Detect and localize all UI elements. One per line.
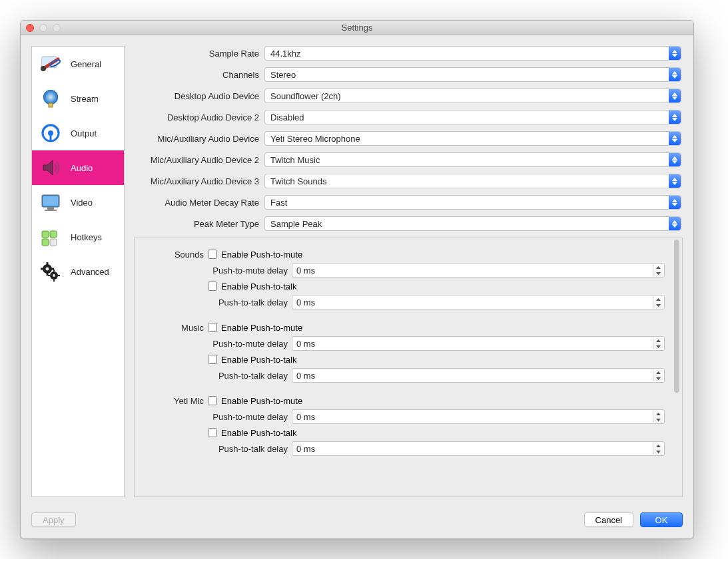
spinner-value: 0 ms: [292, 412, 319, 422]
push-to-talk-delay-spinner[interactable]: 0 ms: [292, 441, 665, 456]
svg-rect-11: [43, 196, 58, 206]
spinner-arrows-icon: [653, 411, 663, 423]
video-icon: [36, 189, 65, 216]
sidebar: General Stream: [31, 46, 125, 497]
spinner-arrows-icon: [653, 443, 663, 455]
enable-push-to-mute-label: Enable Push-to-mute: [221, 250, 302, 260]
desktop-audio-2-label: Desktop Audio Device 2: [134, 112, 259, 122]
advanced-icon: [36, 258, 65, 285]
sample-rate-select[interactable]: 44.1khz: [264, 46, 681, 61]
spinner-arrows-icon: [653, 369, 663, 381]
mic-audio-3-select[interactable]: Twitch Sounds: [264, 174, 681, 188]
svg-rect-22: [41, 268, 43, 270]
sidebar-item-general[interactable]: General: [32, 47, 124, 81]
svg-rect-14: [42, 231, 49, 238]
sidebar-item-label: Video: [71, 198, 93, 208]
push-to-mute-delay-label: Push-to-mute delay: [208, 339, 288, 349]
enable-push-to-mute-label: Enable Push-to-mute: [221, 323, 302, 333]
traffic-lights: [21, 24, 61, 32]
spinner-value: 0 ms: [292, 444, 319, 454]
sample-rate-label: Sample Rate: [134, 49, 259, 59]
cancel-button[interactable]: Cancel: [584, 512, 633, 527]
ok-button[interactable]: OK: [640, 512, 683, 527]
enable-push-to-mute-checkbox[interactable]: [208, 396, 217, 405]
push-to-mute-delay-spinner[interactable]: 0 ms: [292, 409, 665, 424]
enable-push-to-talk-label: Enable Push-to-talk: [221, 282, 296, 292]
svg-rect-17: [50, 239, 57, 246]
desktop-audio-2-select[interactable]: Disabled: [264, 110, 681, 124]
spinner-arrows-icon: [653, 296, 663, 308]
svg-point-2: [41, 66, 46, 71]
audio-devices-panel: Sounds Enable Push-to-mute Push-to-mute …: [134, 238, 683, 497]
stream-icon: [36, 85, 65, 112]
minimize-icon[interactable]: [39, 24, 47, 32]
chevron-updown-icon: [669, 132, 681, 145]
audio-settings-form: Sample Rate 44.1khz Channels Stereo Desk…: [134, 46, 683, 231]
select-value: Disabled: [265, 112, 310, 122]
chevron-updown-icon: [669, 174, 681, 188]
audio-icon: [36, 154, 65, 181]
channels-label: Channels: [134, 70, 259, 80]
svg-point-5: [43, 90, 58, 104]
mic-audio-select[interactable]: Yeti Stereo Microphone: [264, 131, 681, 146]
enable-push-to-mute-checkbox[interactable]: [208, 323, 217, 332]
audio-devices-scroll: Sounds Enable Push-to-mute Push-to-mute …: [135, 238, 671, 496]
sidebar-item-hotkeys[interactable]: Hotkeys: [32, 220, 124, 254]
device-group-sounds: Sounds Enable Push-to-mute Push-to-mute …: [135, 244, 671, 317]
sidebar-item-audio[interactable]: Audio: [32, 150, 124, 185]
sidebar-item-video[interactable]: Video: [32, 185, 124, 220]
spinner-arrows-icon: [653, 264, 663, 276]
peak-meter-label: Peak Meter Type: [134, 219, 259, 229]
scrollbar-thumb[interactable]: [674, 240, 679, 393]
titlebar: Settings: [21, 21, 693, 35]
enable-push-to-talk-label: Enable Push-to-talk: [221, 355, 296, 365]
chevron-updown-icon: [669, 47, 681, 60]
sidebar-item-label: Advanced: [71, 267, 109, 277]
sidebar-item-label: Stream: [71, 94, 99, 104]
svg-rect-29: [58, 275, 60, 276]
svg-rect-27: [53, 280, 55, 282]
svg-rect-28: [48, 275, 50, 276]
push-to-talk-delay-spinner[interactable]: 0 ms: [292, 295, 665, 309]
enable-push-to-talk-label: Enable Push-to-talk: [221, 428, 296, 438]
desktop-audio-select[interactable]: Soundflower (2ch): [264, 89, 681, 103]
enable-push-to-talk-checkbox[interactable]: [208, 355, 217, 364]
spinner-arrows-icon: [653, 337, 663, 349]
svg-rect-15: [50, 231, 57, 238]
sidebar-item-advanced[interactable]: Advanced: [32, 254, 124, 289]
chevron-updown-icon: [669, 110, 681, 124]
enable-push-to-talk-checkbox[interactable]: [208, 282, 217, 291]
device-name: Music: [141, 323, 204, 333]
select-value: Fast: [265, 198, 292, 208]
enable-push-to-mute-checkbox[interactable]: [208, 250, 217, 259]
hotkeys-icon: [36, 224, 65, 250]
svg-rect-16: [42, 239, 49, 246]
content-area: General Stream: [21, 35, 693, 508]
select-value: Soundflower (2ch): [265, 91, 346, 101]
spinner-value: 0 ms: [292, 371, 319, 381]
device-group-music: Music Enable Push-to-mute Push-to-mute d…: [135, 317, 671, 390]
push-to-mute-delay-spinner[interactable]: 0 ms: [292, 263, 665, 278]
select-value: Sample Peak: [265, 219, 327, 229]
svg-rect-6: [49, 103, 53, 107]
device-name: Yeti Mic: [141, 396, 204, 406]
svg-rect-20: [47, 262, 49, 265]
sidebar-item-output[interactable]: Output: [32, 116, 124, 150]
mic-audio-2-select[interactable]: Twitch Music: [264, 152, 681, 167]
apply-button[interactable]: Apply: [31, 512, 76, 527]
sidebar-item-stream[interactable]: Stream: [32, 81, 124, 116]
enable-push-to-talk-checkbox[interactable]: [208, 428, 217, 437]
peak-meter-select[interactable]: Sample Peak: [264, 216, 681, 231]
maximize-icon[interactable]: [53, 24, 61, 32]
channels-select[interactable]: Stereo: [264, 67, 681, 82]
push-to-mute-delay-spinner[interactable]: 0 ms: [292, 336, 665, 351]
push-to-talk-delay-label: Push-to-talk delay: [208, 297, 288, 307]
chevron-updown-icon: [669, 196, 681, 209]
close-icon[interactable]: [26, 24, 34, 32]
decay-rate-select[interactable]: Fast: [264, 195, 681, 210]
scrollbar[interactable]: [673, 240, 681, 495]
push-to-mute-delay-label: Push-to-mute delay: [208, 266, 288, 276]
decay-rate-label: Audio Meter Decay Rate: [134, 198, 259, 208]
push-to-talk-delay-spinner[interactable]: 0 ms: [292, 368, 665, 383]
output-icon: [36, 120, 65, 146]
